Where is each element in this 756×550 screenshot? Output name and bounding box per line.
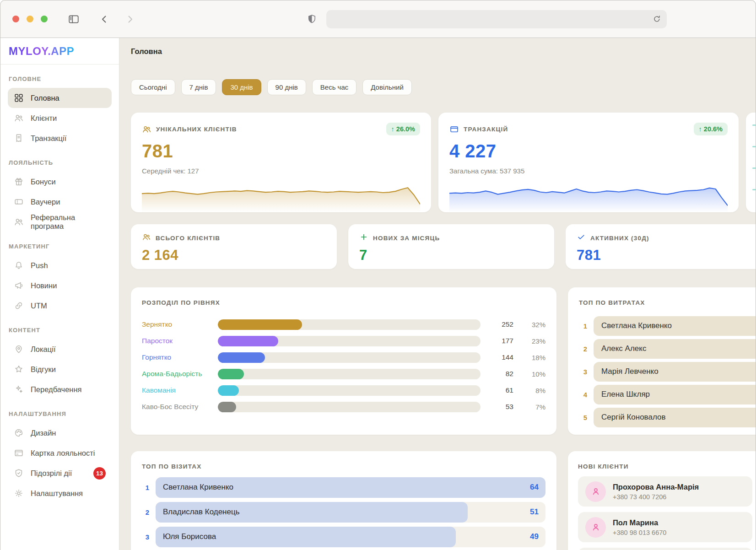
list-item[interactable]: 4 Елена Шкляр — [579, 383, 756, 406]
chip-7d[interactable]: 7 днів — [181, 79, 216, 95]
visits-bar: Светлана Кривенко 64 — [156, 477, 545, 498]
list-item[interactable]: 2 Алекс Алекс — [579, 337, 756, 360]
window-controls — [12, 16, 48, 22]
sidebar-item-bonuses[interactable]: Бонуси — [8, 172, 112, 192]
sidebar-item-design[interactable]: Дизайн — [8, 423, 112, 443]
list-item[interactable]: 1 Светлана Кривенко — [579, 314, 756, 337]
sidebar-item-label: Транзакції — [31, 134, 66, 143]
client-name: Марія Левченко — [594, 362, 756, 382]
client-name: Пол Марина — [613, 518, 666, 527]
rank-number: 5 — [579, 414, 592, 421]
visits-bar: Владислав Коденець 51 — [156, 502, 545, 523]
users-icon — [14, 113, 24, 123]
chip-custom[interactable]: Довільний — [362, 79, 412, 95]
list-item[interactable]: 3 Юля Борисова 49 — [142, 525, 545, 549]
list-item[interactable]: 2 Владислав Коденець 51 — [142, 500, 545, 524]
avatar — [585, 517, 606, 538]
sidebar-item-home[interactable]: Головна — [8, 88, 112, 108]
sidebar-item-label: Картка лояльності — [31, 449, 95, 458]
sidebar-item-predictions[interactable]: Передбачення — [8, 379, 112, 399]
bell-icon — [14, 260, 24, 270]
address-bar[interactable] — [326, 10, 667, 28]
rank-number: 1 — [579, 322, 592, 330]
card-title: АКТИВНИХ (30Д) — [590, 235, 649, 242]
check-icon — [577, 232, 586, 243]
card-title: ВСЬОГО КЛІЄНТІВ — [156, 235, 220, 242]
back-button[interactable] — [99, 14, 110, 25]
level-value: 177 — [487, 337, 513, 345]
sidebar-item-utm[interactable]: UTM — [8, 296, 112, 316]
forward-button[interactable] — [124, 14, 135, 25]
transactions-sparkline — [449, 177, 728, 212]
sidebar-item-label: Головна — [31, 94, 59, 102]
sidebar-item-clients[interactable]: Клієнти — [8, 108, 112, 128]
ticket-icon — [14, 197, 24, 207]
level-label: Арома-Бадьорість — [142, 370, 211, 378]
client-name: Прохорова Анна-Марія — [613, 483, 699, 491]
list-item[interactable]: 5 Сергій Коновалов — [579, 406, 756, 429]
level-percent: 32% — [520, 321, 545, 329]
client-name: Светлана Кривенко — [163, 483, 233, 492]
sidebar-item-vouchers[interactable]: Ваучери — [8, 192, 112, 212]
zoom-window-button[interactable] — [41, 16, 48, 22]
palette-icon — [14, 428, 24, 438]
link-icon — [14, 301, 24, 311]
privacy-shield-icon[interactable] — [307, 14, 317, 24]
loyalty-card-icon — [14, 448, 24, 458]
chip-90d[interactable]: 90 днів — [267, 79, 306, 95]
chip-today[interactable]: Сьогодні — [131, 79, 175, 95]
level-percent: 10% — [520, 370, 545, 378]
stat-subtitle: Середній чек: 127 — [142, 167, 420, 175]
card-title: ТОП ПО ВІЗИТАХ — [142, 463, 545, 470]
sidebar-item-suspicious[interactable]: Підозрілі дії 13 — [8, 463, 112, 483]
rank-number: 3 — [579, 368, 592, 376]
sidebar-item-reviews[interactable]: Відгуки — [8, 359, 112, 379]
visits-bar: Юля Борисова 49 — [156, 527, 545, 547]
level-percent: 23% — [520, 337, 545, 345]
new-this-month-card: НОВИХ ЗА МІСЯЦЬ 7 — [348, 224, 554, 269]
level-label: Каво-Бос Всесіту — [142, 403, 211, 411]
card-title: ТОП ПО ВИТРАТАХ — [579, 299, 756, 306]
sidebar-item-referral[interactable]: Реферальна програма — [8, 212, 112, 232]
visits-count: 51 — [530, 502, 539, 523]
list-item[interactable]: 1 Светлана Кривенко 64 — [142, 475, 545, 499]
sidebar-item-transactions[interactable]: Транзакції — [8, 128, 112, 148]
sidebar-item-label: Локації — [31, 345, 55, 354]
sidebar-item-label: UTM — [31, 302, 47, 310]
list-item[interactable]: Прохорова Анна-Марія +380 73 400 7206 — [578, 476, 752, 507]
level-row: Арома-Бадьорість 82 10% — [142, 366, 545, 382]
shield-check-icon — [14, 468, 24, 478]
sidebar-toggle-icon[interactable] — [68, 13, 80, 25]
refresh-icon[interactable] — [653, 15, 661, 23]
sidebar-item-settings[interactable]: Налаштування — [8, 483, 112, 503]
level-bar — [218, 352, 481, 363]
clients-sparkline — [142, 177, 420, 212]
sidebar-nav: ГОЛОВНЕ Головна — [0, 65, 119, 512]
sidebar-item-loyalty-card[interactable]: Картка лояльності — [8, 443, 112, 463]
sidebar-item-label: Клієнти — [31, 114, 57, 123]
gift-icon — [14, 177, 24, 187]
rank-number: 3 — [142, 533, 153, 541]
nav-section-content: КОНТЕНТ — [9, 327, 111, 334]
chip-30d[interactable]: 30 днів — [222, 79, 261, 95]
card-title: УНІКАЛЬНИХ КЛІЄНТІВ — [156, 126, 237, 133]
level-value: 53 — [487, 403, 513, 411]
list-item[interactable]: Пол Марина +380 98 013 6670 — [578, 512, 752, 542]
visits-count: 64 — [530, 477, 539, 498]
minimize-window-button[interactable] — [27, 16, 33, 22]
close-window-button[interactable] — [12, 16, 19, 22]
sidebar-item-locations[interactable]: Локації — [8, 339, 112, 359]
sidebar-item-push[interactable]: Push — [8, 255, 112, 275]
level-row: Каво-Бос Всесіту 53 7% — [142, 399, 545, 415]
client-phone: +380 73 400 7206 — [613, 493, 699, 501]
chip-all-time[interactable]: Весь час — [312, 79, 357, 95]
list-item[interactable]: 3 Марія Левченко — [579, 360, 756, 383]
sidebar-item-news[interactable]: Новини — [8, 275, 112, 296]
star-icon — [14, 364, 24, 374]
map-pin-icon — [14, 344, 24, 354]
level-row: Паросток 177 23% — [142, 333, 545, 349]
client-name: Владислав Коденець — [163, 507, 240, 517]
list-item[interactable] — [578, 548, 752, 550]
clipped-card — [746, 113, 756, 212]
main-area: Головна Сьогодні 7 днів 30 днів 90 днів … — [119, 38, 756, 550]
